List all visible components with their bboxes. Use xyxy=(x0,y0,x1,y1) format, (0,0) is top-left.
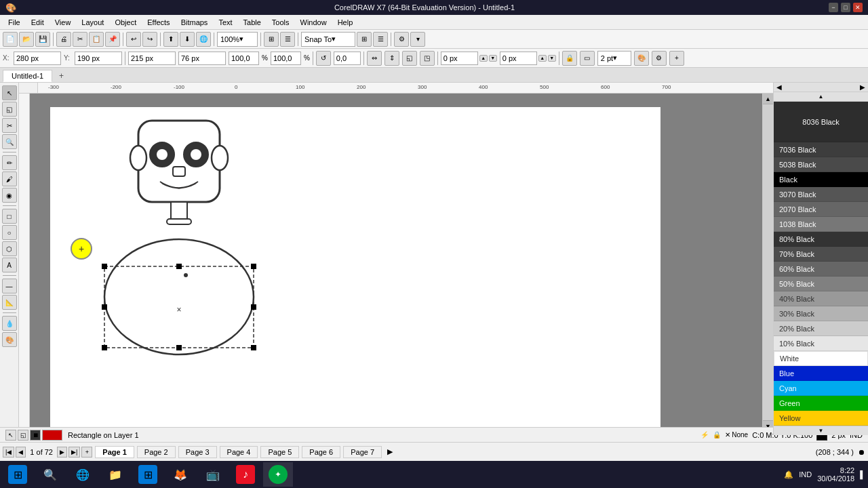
pos-x2-input[interactable] xyxy=(441,52,478,65)
menu-item-layout[interactable]: Layout xyxy=(76,17,109,28)
import-button[interactable]: ⬆ xyxy=(163,32,178,47)
artistic-tool[interactable]: 🖌 xyxy=(2,171,17,186)
color-tool[interactable]: 🎨 xyxy=(2,332,17,347)
flip-h-btn[interactable]: ⇔ xyxy=(367,51,382,66)
connector-tool[interactable]: — xyxy=(2,279,17,293)
swatch-cyan[interactable]: Cyan xyxy=(774,381,868,396)
menu-item-window[interactable]: Window xyxy=(295,17,332,28)
swatch-2070-black[interactable]: 2070 Black xyxy=(774,202,868,217)
minimize-button[interactable]: − xyxy=(829,3,838,12)
window-controls[interactable]: − □ ✕ xyxy=(829,3,863,12)
swatch-5038-black[interactable]: 5038 Black xyxy=(774,157,868,172)
swatch-60pct[interactable]: 60% Black xyxy=(774,262,868,277)
pos-x2-spindn[interactable]: ▼ xyxy=(489,55,497,62)
open-button[interactable]: 📂 xyxy=(19,32,34,47)
paste-button[interactable]: 📌 xyxy=(105,32,120,47)
swatch-yellow[interactable]: Yellow xyxy=(774,411,868,426)
menu-item-help[interactable]: Help xyxy=(332,17,359,28)
undo-button[interactable]: ↩ xyxy=(126,32,141,47)
record-indicator[interactable]: ⏹ xyxy=(30,430,41,441)
page1-tab[interactable]: Page 1 xyxy=(95,446,134,458)
ellipse-tool[interactable]: ○ xyxy=(2,225,17,240)
add-page[interactable]: + xyxy=(81,447,92,458)
stroke-btn[interactable]: ▭ xyxy=(580,51,595,66)
swatch-70pct[interactable]: 70% Black xyxy=(774,247,868,262)
palette-next[interactable]: ▶ xyxy=(860,83,865,91)
swatch-1038-black[interactable]: 1038 Black xyxy=(774,217,868,232)
swatch-blue[interactable]: Blue xyxy=(774,366,868,381)
save-button[interactable]: 💾 xyxy=(35,32,50,47)
rect-tool[interactable]: □ xyxy=(2,209,17,224)
swatches-scroll-up[interactable]: ▲ xyxy=(774,92,868,102)
notification-icon[interactable]: 🔔 xyxy=(784,470,793,479)
pos-y2-input[interactable] xyxy=(500,52,537,65)
menu-item-file[interactable]: File xyxy=(3,17,26,28)
swatches-scroll-down[interactable]: ▼ xyxy=(774,426,868,435)
scroll-up-button[interactable]: ▲ xyxy=(763,94,773,104)
menu-item-object[interactable]: Object xyxy=(109,17,142,28)
swatch-30pct[interactable]: 30% Black xyxy=(774,306,868,321)
firefox-btn[interactable]: 🦊 xyxy=(165,462,195,487)
advanced-btn[interactable]: ⚙ xyxy=(652,51,667,66)
swatch-green[interactable]: Green xyxy=(774,396,868,411)
swatch-40pct[interactable]: 40% Black xyxy=(774,291,868,306)
x-input[interactable] xyxy=(14,52,61,65)
freehand-tool[interactable]: ✏ xyxy=(2,155,17,170)
maximize-button[interactable]: □ xyxy=(841,3,850,12)
zoom-tool[interactable]: 🔍 xyxy=(2,134,17,149)
nav-prev[interactable]: ◀ xyxy=(16,447,26,458)
swatch-20pct[interactable]: 20% Black xyxy=(774,321,868,336)
angle-input[interactable] xyxy=(334,52,361,65)
shape-tool[interactable]: ◱ xyxy=(2,102,17,117)
corel-btn[interactable]: ✦ xyxy=(263,462,293,487)
menu-item-view[interactable]: View xyxy=(50,17,77,28)
swatch-black[interactable]: Black xyxy=(774,172,868,187)
music-btn[interactable]: ♪ xyxy=(231,462,260,487)
page4-tab[interactable]: Page 4 xyxy=(220,446,258,458)
swatch-8036-black[interactable]: 8036 Black xyxy=(774,102,868,142)
copy-button[interactable]: 📋 xyxy=(89,32,104,47)
media-btn[interactable]: 📺 xyxy=(198,462,228,487)
swatch-7036-black[interactable]: 7036 Black xyxy=(774,142,868,157)
width-pct-input[interactable] xyxy=(229,52,259,65)
new-button[interactable]: 📄 xyxy=(3,32,18,47)
show-desktop-btn[interactable]: ▌ xyxy=(860,470,865,479)
edge-btn[interactable]: 🌐 xyxy=(68,462,98,487)
pos-y2-spinup[interactable]: ▲ xyxy=(538,55,547,62)
crop-tool[interactable]: ✂ xyxy=(2,118,17,133)
export-button[interactable]: ⬇ xyxy=(180,32,195,47)
print-button[interactable]: 🖨 xyxy=(56,32,71,47)
swatch-10pct[interactable]: 10% Black xyxy=(774,336,868,351)
swatch-50pct[interactable]: 50% Black xyxy=(774,277,868,291)
pos-y2-spindn[interactable]: ▼ xyxy=(548,55,556,62)
canvas[interactable]: × + ▲ ▼ xyxy=(30,94,773,431)
text-tool[interactable]: A xyxy=(2,258,17,272)
swatch-3070-black[interactable]: 3070 Black xyxy=(774,187,868,202)
options-btn2[interactable]: ▾ xyxy=(410,32,425,47)
lock-btn[interactable]: 🔒 xyxy=(562,51,577,66)
swatch-80pct[interactable]: 80% Black xyxy=(774,232,868,247)
explorer-btn[interactable]: 📁 xyxy=(100,462,130,487)
page2-tab[interactable]: Page 2 xyxy=(137,446,176,458)
cut-button[interactable]: ✂ xyxy=(73,32,87,47)
nav-last[interactable]: ▶| xyxy=(68,447,80,458)
macro-record-btn[interactable]: ⏺ xyxy=(858,448,865,456)
view-btn2[interactable]: ☰ xyxy=(280,32,295,47)
close-button[interactable]: ✕ xyxy=(853,3,863,12)
store-btn[interactable]: ⊞ xyxy=(133,462,163,487)
smart-tool[interactable]: ◉ xyxy=(2,188,17,203)
page3-tab[interactable]: Page 3 xyxy=(178,446,217,458)
rotate-btn[interactable]: ↺ xyxy=(316,51,331,66)
page-tabs-more[interactable]: ▶ xyxy=(384,447,395,456)
transform-btn1[interactable]: ◱ xyxy=(402,51,417,66)
snap-to-dropdown[interactable]: Snap To ▾ xyxy=(301,32,355,47)
height-pct-input[interactable] xyxy=(271,52,301,65)
swatch-white[interactable]: White xyxy=(774,351,868,366)
snap-btn1[interactable]: ⊞ xyxy=(357,32,372,47)
more-btn[interactable]: + xyxy=(669,51,684,66)
tab-untitled1[interactable]: Untitled-1 xyxy=(3,70,52,82)
nav-first[interactable]: |◀ xyxy=(3,447,14,458)
menu-item-edit[interactable]: Edit xyxy=(26,17,50,28)
flip-v-btn[interactable]: ⇕ xyxy=(384,51,399,66)
height-input[interactable] xyxy=(178,52,226,65)
